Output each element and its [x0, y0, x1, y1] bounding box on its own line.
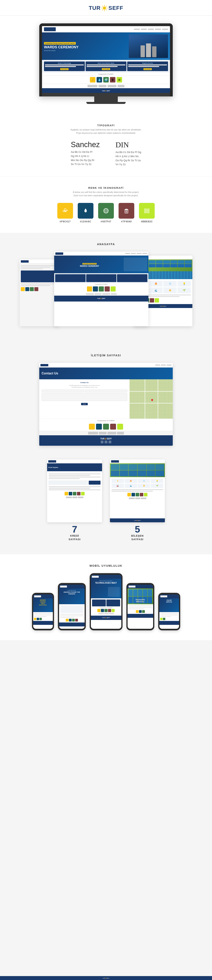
icon [69, 492, 72, 495]
solar-cell [185, 264, 191, 267]
solar-cell [156, 260, 163, 264]
hero-image [129, 34, 168, 58]
mini-hero: Sustainable Energy Awards WARDS CEREMONY [54, 256, 149, 273]
text-line [34, 613, 52, 614]
grid-icon: 🌱 [151, 484, 163, 488]
logo-sun-icon [101, 5, 108, 11]
phone-nav-2 [59, 585, 85, 589]
mini-icons [54, 285, 149, 293]
icon [111, 609, 115, 612]
monitor-screen: Sustainable Energy Awards found the owne… [42, 26, 170, 93]
partner-logo [111, 293, 117, 295]
solar-cell [163, 264, 170, 267]
phone-solar-hero: RenewableEfficiency [128, 589, 153, 604]
social-icon[interactable] [109, 441, 111, 443]
comp-icon-1 [89, 424, 95, 430]
icon [104, 609, 108, 612]
icon [72, 619, 75, 622]
cell [138, 464, 146, 470]
mini-card-2 [86, 274, 117, 282]
card-service: Request Service Find Out More [127, 62, 168, 71]
icon [66, 619, 68, 622]
partners-row [42, 84, 170, 88]
grid-icon: 🔥 [125, 479, 137, 483]
color-item-4: #7F4040 [119, 203, 134, 223]
text-line [60, 614, 84, 615]
site-footer: TUR🔆SEFF [42, 88, 170, 93]
cell [148, 589, 152, 596]
color-box-4 [119, 203, 134, 219]
form-row-1 [42, 390, 127, 392]
phone-hero-title-2: Awards found theowners [60, 591, 84, 595]
partner [129, 498, 134, 499]
nav-items [125, 253, 147, 254]
card-technology: Select a Technology Find Out More [44, 62, 85, 71]
icon-sm [21, 287, 25, 291]
color-icons-row: #F9C417 #124A6C #407F47 [16, 203, 196, 223]
nav-link [134, 29, 140, 30]
color-hex-5: #BBE82C [141, 220, 153, 223]
icon [37, 618, 39, 620]
partner [98, 613, 104, 614]
icon [140, 493, 143, 496]
svg-point-0 [103, 6, 106, 10]
cell [120, 471, 128, 476]
nav-item [142, 253, 147, 254]
count-number: 5 [135, 525, 140, 534]
phone-footer-5 [160, 621, 179, 625]
components-text: Components of TurSEFF [54, 283, 149, 285]
phone-body-5 [160, 612, 179, 621]
anasayfa-section: ANASAYFA [0, 233, 212, 344]
color-item-1: #F9C417 [57, 203, 73, 223]
icon [131, 493, 135, 496]
name-field[interactable] [42, 390, 84, 392]
card-line [128, 64, 167, 65]
send-button[interactable]: Send [81, 403, 88, 405]
components-label: Components of TurSEFF [42, 73, 170, 76]
input-field[interactable] [49, 480, 88, 485]
cell [111, 464, 119, 470]
text-line [34, 614, 52, 616]
kredi-count: 7 KREDİSAYFASI [47, 525, 102, 541]
map-road [130, 391, 173, 392]
submit-btn[interactable] [89, 480, 101, 485]
solar-cell [178, 260, 185, 264]
text-line [160, 614, 178, 616]
partners [39, 431, 173, 435]
mini-nav [54, 251, 149, 256]
globe-icon [102, 207, 110, 215]
color-box-3 [98, 203, 114, 219]
card-title: Select a Technology [45, 62, 84, 64]
mobil-section: MOBİL UYUMLULUK RESOURCEEFFICIENCYLOAN F… [0, 554, 212, 640]
screenshot-main: Sustainable Energy Awards WARDS CEREMONY… [54, 251, 149, 326]
footer-logo: TUR🔆SEFF [160, 305, 166, 307]
partner [104, 613, 109, 614]
line [111, 489, 163, 490]
social-icon[interactable] [101, 441, 103, 443]
caption-text: RenewableEfficiency [129, 599, 152, 603]
mini-hero-img [124, 258, 147, 271]
color-hex-3: #407F47 [101, 220, 111, 223]
color-hex-4: #7F4040 [121, 220, 132, 223]
phone-5: OnlineService [158, 593, 180, 630]
iletisim-footer: TUR🔆SEFF [39, 435, 173, 446]
social-icon[interactable] [104, 441, 108, 443]
phone-body-3: Components of TurSEFF [91, 598, 121, 616]
partner [73, 496, 78, 498]
content-line [21, 283, 58, 285]
font-din-name: DIN [115, 140, 141, 149]
count-label: KREDİSAYFASI [68, 534, 81, 541]
cell [138, 589, 142, 596]
text-line [60, 617, 74, 618]
site-logo [44, 27, 56, 31]
message-field[interactable] [42, 393, 127, 401]
hero-text: Sustainable Energy Awards found the owne… [44, 41, 127, 51]
solar-panel-icon [143, 207, 151, 215]
card-btn: Find Out More [102, 68, 110, 70]
email-field[interactable] [85, 390, 127, 392]
mobil-label: MOBİL UYUMLULUK [8, 564, 204, 567]
card-line [45, 66, 76, 67]
hero-subtitle: Around the owners [44, 50, 127, 51]
footer-text: TUR🔆SEFF [134, 520, 141, 521]
comp-icon-2 [96, 424, 102, 430]
